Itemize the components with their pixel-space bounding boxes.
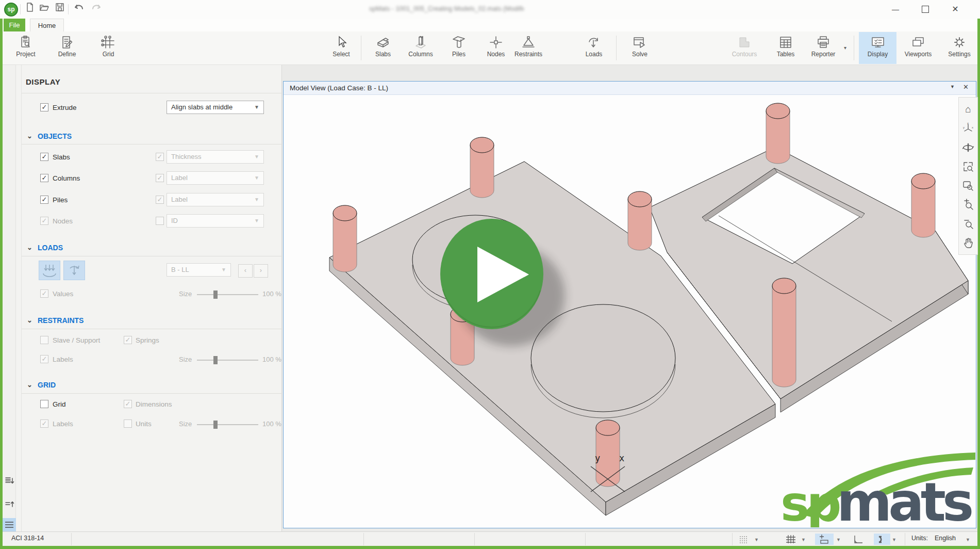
grid-checkbox[interactable] <box>40 400 48 408</box>
ribbon-button-loads[interactable]: Loads <box>577 32 610 64</box>
ribbon-button-nodes[interactable]: Nodes <box>479 32 512 64</box>
redo-icon <box>90 2 102 13</box>
select-cursor-icon <box>334 35 348 50</box>
tab-home[interactable]: Home <box>30 19 64 31</box>
ribbon-button-select[interactable]: Select <box>325 32 358 64</box>
dropdown-value: Align slabs at middle <box>171 103 232 111</box>
chevron-down-icon: ▼ <box>254 101 259 114</box>
panel-close-icon[interactable]: ✕ <box>963 83 969 91</box>
object-snap-toggle[interactable] <box>874 534 890 545</box>
extrude-checkbox[interactable]: ✓ <box>40 103 48 111</box>
grid-dots-toggle[interactable] <box>738 534 750 545</box>
ribbon-button-restraints[interactable]: Restraints <box>510 32 546 64</box>
svg-text:z: z <box>967 122 969 125</box>
video-play-button[interactable] <box>440 219 543 329</box>
ribbon-button-tables[interactable]: Tables <box>769 32 802 64</box>
grid-size-label: Size <box>179 420 192 428</box>
columns-label: Columns <box>53 174 80 182</box>
close-button[interactable]: ✕ <box>945 2 965 17</box>
maximize-icon <box>922 6 929 13</box>
piles-icon <box>452 35 466 50</box>
grid-label: Grid <box>53 400 66 408</box>
columns-checkbox[interactable]: ✓ <box>40 174 48 182</box>
ribbon-button-slabs[interactable]: Slabs <box>367 32 400 64</box>
ribbon-button-display[interactable]: Display <box>859 32 896 64</box>
zoom-window-icon <box>962 180 974 192</box>
ribbon-label: Display <box>859 51 896 58</box>
units-value[interactable]: English <box>935 535 956 542</box>
zoom-window-button[interactable] <box>960 176 976 195</box>
grid-dots-chevron[interactable]: ▼ <box>754 537 759 542</box>
minimize-button[interactable]: — <box>886 2 905 17</box>
grid-collapse-chevron[interactable]: ⌄ <box>27 381 32 389</box>
ribbon-button-piles[interactable]: Piles <box>442 32 475 64</box>
ribbon-button-viewports[interactable]: Viewports <box>900 32 936 64</box>
units-chevron[interactable]: ▼ <box>966 537 970 542</box>
restraints-section-header[interactable]: RESTRAINTS <box>38 316 84 325</box>
zoom-out-button[interactable] <box>960 214 976 233</box>
new-file-button[interactable] <box>23 2 37 17</box>
zoom-in-button[interactable] <box>960 195 976 214</box>
panel-menu-button[interactable] <box>3 518 16 531</box>
ribbon-label: Viewports <box>900 51 936 58</box>
ribbon-button-reporter[interactable]: Reporter <box>807 32 840 64</box>
grid-lines-chevron[interactable]: ▼ <box>801 537 806 542</box>
dropdown-value: B - LL <box>171 266 189 273</box>
object-snap-chevron[interactable]: ▼ <box>892 537 896 542</box>
panel-menu-chevron[interactable]: ▼ <box>950 84 955 89</box>
loads-collapse-chevron[interactable]: ⌄ <box>27 244 32 251</box>
dimensions-checkbox: ✓ <box>124 400 132 408</box>
moment-loads-button[interactable] <box>63 261 85 280</box>
extrude-align-dropdown[interactable]: Align slabs at middle▼ <box>167 101 264 114</box>
expand-panel-up-button[interactable] <box>4 499 15 511</box>
zoom-extents-button[interactable] <box>960 157 976 176</box>
load-values-label: Values <box>53 290 73 298</box>
collapse-panel-down-button[interactable] <box>4 476 15 488</box>
svg-text:y: y <box>963 126 965 129</box>
objects-collapse-chevron[interactable]: ⌄ <box>27 132 32 140</box>
snap-chevron[interactable]: ▼ <box>836 537 841 542</box>
maximize-button[interactable] <box>916 2 935 17</box>
redo-button[interactable] <box>89 2 103 17</box>
open-folder-icon <box>39 2 49 12</box>
left-icon-rail <box>3 65 16 531</box>
ribbon-button-columns[interactable]: Columns <box>404 32 437 64</box>
ribbon-button-grid[interactable]: Grid <box>92 32 125 64</box>
grid-section-header[interactable]: GRID <box>38 381 56 389</box>
orbit-rotate-button[interactable] <box>960 138 976 157</box>
snap-toggle[interactable] <box>815 534 834 545</box>
point-loads-button[interactable] <box>39 261 60 280</box>
load-size-slider <box>197 294 258 295</box>
objects-section-header[interactable]: OBJECTS <box>38 132 72 140</box>
ribbon-button-define[interactable]: Define <box>51 32 84 64</box>
undo-button[interactable] <box>72 2 87 17</box>
window-border-bottom <box>0 546 980 549</box>
restraints-collapse-chevron[interactable]: ⌄ <box>27 316 32 324</box>
restraint-size-slider-thumb <box>213 356 218 364</box>
reporter-dropdown-chevron[interactable]: ▾ <box>844 45 846 51</box>
ortho-angle-toggle[interactable] <box>852 534 865 545</box>
tab-file[interactable]: File <box>4 19 25 31</box>
ribbon-label: Tables <box>769 51 802 58</box>
loads-section-header[interactable]: LOADS <box>38 244 63 252</box>
ribbon-button-project[interactable]: Project <box>9 32 42 64</box>
home-view-button[interactable]: ⌂ <box>960 100 976 119</box>
save-button[interactable] <box>53 2 67 17</box>
restraints-icon <box>521 35 536 50</box>
pile <box>766 103 790 164</box>
magnet-icon <box>876 534 888 545</box>
settings-gear-icon <box>952 35 967 50</box>
pan-button[interactable] <box>960 233 976 252</box>
spmats-logo: sp mats <box>780 453 975 527</box>
grid-lines-toggle[interactable] <box>785 534 796 545</box>
units-label: Units: <box>911 535 928 542</box>
ribbon-button-settings[interactable]: Settings <box>943 32 976 64</box>
open-file-button[interactable] <box>37 2 52 17</box>
angle-icon <box>852 534 865 545</box>
define-icon <box>60 35 74 50</box>
model-3d-viewport[interactable]: y x sp mats <box>284 95 975 527</box>
iso-view-button[interactable]: zyx <box>960 119 976 138</box>
slabs-checkbox[interactable]: ✓ <box>40 153 48 161</box>
piles-checkbox[interactable]: ✓ <box>40 196 48 204</box>
ribbon-button-solve[interactable]: Solve <box>623 32 656 64</box>
